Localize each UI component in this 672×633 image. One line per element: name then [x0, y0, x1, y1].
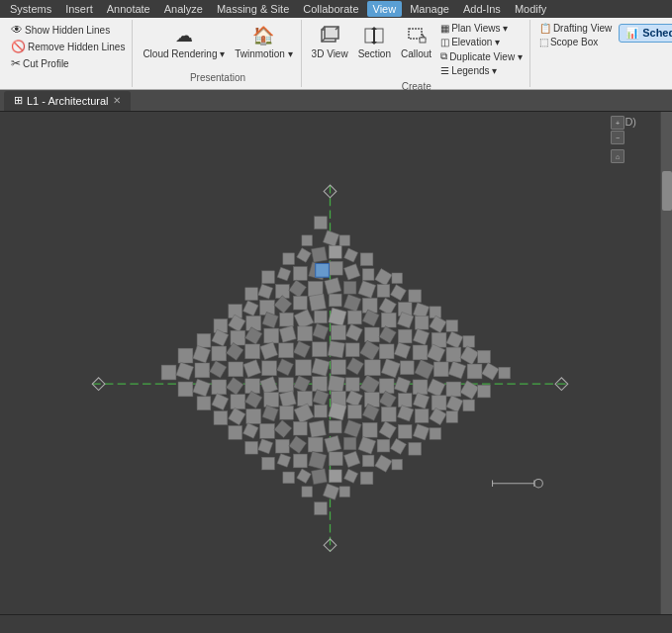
- scope-box-btn[interactable]: ⬚ Scope Box: [536, 36, 615, 48]
- svg-rect-106: [394, 342, 410, 358]
- svg-rect-20: [323, 230, 338, 246]
- menubar-systems[interactable]: Systems: [4, 1, 57, 17]
- schedules-btn[interactable]: 📊 Schedules ▾: [619, 24, 672, 43]
- menubar-massing[interactable]: Massing & Site: [211, 1, 295, 17]
- floor-plan-svg: [0, 112, 660, 614]
- scrollbar-thumb[interactable]: [662, 171, 672, 211]
- svg-rect-115: [210, 361, 227, 378]
- ribbon-group-graphics: 👁 Show Hidden Lines 🚫 Remove Hidden Line…: [4, 20, 133, 87]
- menubar-addins[interactable]: Add-Ins: [457, 1, 507, 17]
- svg-rect-202: [325, 435, 341, 452]
- plan-views-btn[interactable]: ▦ Plan Views ▾: [437, 22, 526, 35]
- svg-rect-118: [262, 361, 277, 376]
- drafting-schedules-group: 📋 Drafting View ⬚ Scope Box: [536, 22, 615, 48]
- svg-rect-41: [308, 281, 323, 296]
- svg-rect-109: [446, 347, 461, 362]
- svg-rect-67: [315, 311, 328, 323]
- svg-rect-175: [315, 405, 328, 417]
- svg-rect-172: [262, 406, 278, 421]
- tab-l1-architectural[interactable]: ⊞ L1 - Architectural ✕: [4, 91, 131, 111]
- svg-rect-207: [409, 442, 422, 455]
- svg-rect-97: [245, 344, 260, 359]
- 3d-icon: [318, 24, 341, 47]
- l1-tab-close[interactable]: ✕: [113, 95, 121, 106]
- svg-rect-57: [379, 298, 396, 315]
- svg-rect-181: [415, 409, 429, 423]
- svg-rect-11: [420, 38, 426, 43]
- elevation-icon: ◫: [440, 37, 449, 47]
- legends-icon: ☰: [440, 65, 449, 76]
- remove-hidden-lines-btn[interactable]: 🚫 Remove Hidden Lines: [8, 39, 128, 54]
- drafting-view-btn[interactable]: 📋 Drafting View: [536, 22, 615, 35]
- svg-rect-212: [329, 452, 342, 466]
- presentation-label: Presentation: [190, 70, 245, 85]
- elevation-label: Elevation ▾: [451, 37, 500, 47]
- svg-point-230: [534, 479, 542, 487]
- svg-rect-184: [229, 426, 242, 440]
- menubar-collaborate[interactable]: Collaborate: [297, 1, 364, 17]
- svg-rect-68: [329, 308, 346, 325]
- ribbon-group-windows: 📋 Drafting View ⬚ Scope Box 📊 Schedules …: [532, 20, 672, 87]
- menubar-insert[interactable]: Insert: [59, 1, 99, 17]
- svg-rect-200: [289, 436, 307, 454]
- svg-rect-34: [362, 269, 374, 281]
- svg-rect-143: [345, 378, 359, 392]
- callout-btn[interactable]: Callout: [397, 22, 435, 61]
- view-tabs-bar: ⊞ L1 - Architectural ✕: [0, 90, 672, 112]
- svg-rect-216: [392, 459, 403, 470]
- cut-profile-btn[interactable]: ✂ Cut Profile: [8, 55, 128, 71]
- svg-rect-32: [329, 261, 342, 275]
- 3d-view-btn[interactable]: 3D View: [308, 22, 352, 61]
- svg-rect-187: [274, 420, 292, 438]
- svg-rect-112: [161, 365, 176, 380]
- section-btn[interactable]: Section: [354, 22, 395, 61]
- canvas-area[interactable]: (3D) + − ⌂: [0, 112, 660, 614]
- svg-rect-122: [332, 360, 346, 375]
- svg-rect-116: [229, 362, 243, 377]
- svg-rect-147: [413, 380, 428, 395]
- menubar-annotate[interactable]: Annotate: [101, 1, 156, 17]
- svg-rect-151: [478, 385, 491, 398]
- menubar-modify[interactable]: Modify: [509, 1, 552, 17]
- elevation-btn[interactable]: ◫ Elevation ▾: [437, 36, 526, 48]
- duplicate-icon: ⧉: [440, 50, 447, 62]
- svg-rect-81: [279, 325, 296, 342]
- legends-btn[interactable]: ☰ Legends ▾: [437, 64, 526, 77]
- svg-rect-197: [245, 441, 258, 454]
- svg-rect-27: [360, 253, 373, 266]
- svg-rect-100: [293, 341, 310, 358]
- svg-rect-130: [467, 364, 482, 379]
- status-bar: [0, 614, 672, 633]
- twinmotion-btn[interactable]: 🏠 Twinmotion ▾: [231, 22, 296, 61]
- vertical-scrollbar[interactable]: [660, 112, 672, 614]
- svg-rect-203: [343, 437, 356, 450]
- svg-rect-174: [294, 404, 314, 423]
- svg-rect-145: [379, 379, 394, 394]
- svg-rect-162: [364, 393, 379, 407]
- legends-label: Legends ▾: [451, 65, 497, 76]
- svg-rect-98: [260, 342, 278, 360]
- svg-rect-165: [413, 393, 429, 408]
- scope-box-label: Scope Box: [550, 37, 598, 47]
- menubar-manage[interactable]: Manage: [404, 1, 455, 17]
- svg-rect-24: [312, 246, 328, 262]
- eye-icon: 👁: [11, 23, 23, 37]
- menubar-view[interactable]: View: [367, 1, 403, 17]
- duplicate-view-btn[interactable]: ⧉ Duplicate View ▾: [437, 49, 526, 63]
- svg-rect-188: [293, 421, 307, 435]
- svg-rect-153: [212, 394, 229, 410]
- svg-rect-206: [391, 438, 407, 454]
- remove-hidden-lines-label: Remove Hidden Lines: [28, 42, 125, 52]
- ribbon-group-presentation: ☁ Cloud Rendering ▾ 🏠 Twinmotion ▾ Prese…: [135, 20, 301, 87]
- section-label: Section: [358, 48, 391, 59]
- svg-rect-134: [193, 379, 211, 397]
- svg-rect-225: [339, 487, 350, 497]
- show-hidden-lines-btn[interactable]: 👁 Show Hidden Lines: [8, 22, 128, 38]
- ribbon-presentation-items: ☁ Cloud Rendering ▾ 🏠 Twinmotion ▾: [139, 22, 296, 68]
- svg-rect-113: [176, 362, 194, 380]
- menubar-analyze[interactable]: Analyze: [158, 1, 209, 17]
- svg-rect-18: [315, 217, 328, 229]
- cloud-rendering-btn[interactable]: ☁ Cloud Rendering ▾: [139, 22, 229, 61]
- show-hidden-lines-label: Show Hidden Lines: [25, 25, 110, 36]
- svg-rect-110: [460, 346, 479, 365]
